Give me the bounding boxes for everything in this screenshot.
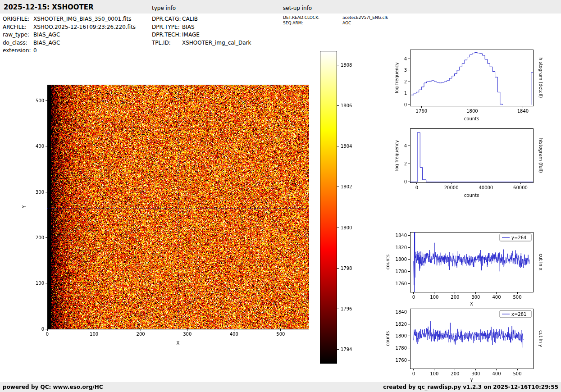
legend-box (500, 310, 531, 318)
x-tick-label: 100 (430, 371, 438, 376)
x-tick-label: 100 (430, 295, 438, 300)
y-tick-label: 500 (36, 98, 44, 103)
y-tick-label: 1800 (396, 333, 407, 338)
info-row: DPR.TYPE:BIAS (152, 23, 251, 32)
info-value-arcfile: XSHOO.2025-12-16T09:23:26.220.fits (33, 24, 136, 30)
legend-label: y=264 (511, 235, 526, 240)
header-bar: 2025-12-15: XSHOOTER type info set-up in… (0, 0, 561, 14)
x-tick-label: 0 (412, 295, 415, 300)
x-axis-label: X (177, 341, 180, 346)
type-info-heading: type info (152, 5, 176, 11)
footer-created-by: created by qc_rawdisp.py v1.2.3 on 2025-… (383, 384, 558, 390)
footer-bar: powered by QC: www.eso.org/HC created by… (0, 382, 561, 392)
right-side-label: histogram (detail) (538, 58, 543, 98)
x-tick-label: 300 (471, 295, 480, 300)
y-tick-label: 1780 (396, 269, 407, 274)
histogram-step-line (411, 52, 503, 105)
y-axis-label: log frequency (394, 62, 399, 93)
info-label-dpr-type: DPR.TYPE: (152, 23, 182, 32)
cut-profile-line (414, 321, 524, 347)
page-title: 2025-12-15: XSHOOTER (4, 3, 94, 11)
cut-profile-line (414, 232, 529, 292)
colorbar-tick-label: 1804 (341, 144, 352, 149)
info-value-do-class: BIAS_AGC (33, 40, 60, 46)
info-label-seq-arm: SEQ.ARM: (283, 20, 342, 26)
colorbar (320, 51, 337, 364)
y-tick-label: 1820 (396, 322, 407, 327)
info-label-do-class: do_class: (3, 39, 33, 47)
info-value-raw-type: BIAS_AGC (33, 32, 60, 38)
x-tick-label: 1840 (517, 109, 529, 114)
legend-box (500, 234, 531, 241)
setup-info-block: DET.READ.CLOCK:acetecE2V57I_ENG.clk SEQ.… (283, 15, 388, 26)
info-label-raw-type: raw_type: (3, 31, 33, 39)
info-value-origfile: XSHOOTER_IMG_BIAS_350_0001.fits (33, 16, 132, 22)
info-row: SEQ.ARM:AGC (283, 20, 388, 26)
info-label-arcfile: ARCFILE: (3, 23, 33, 32)
y-tick-label: 200 (36, 235, 44, 240)
info-label-read-clock: DET.READ.CLOCK: (283, 15, 342, 20)
x-tick-label: 1800 (466, 109, 478, 114)
colorbar-tick-label: 1794 (341, 347, 352, 352)
plot-frame (410, 128, 533, 182)
x-tick-label: 400 (230, 332, 238, 337)
x-axis-label: counts (464, 193, 479, 198)
info-value-dpr-type: BIAS (182, 24, 195, 30)
y-tick-label: 1840 (396, 310, 407, 315)
x-tick-label: 1760 (416, 109, 427, 114)
info-row: extension:0 (3, 47, 136, 55)
info-label-origfile: ORIGFILE: (3, 15, 33, 23)
right-side-label: cut in y (538, 330, 543, 347)
info-value-dpr-catg: CALIB (182, 16, 198, 22)
x-tick-label: 200 (137, 332, 145, 337)
y-tick-label: 400 (36, 144, 44, 149)
x-tick-label: 40000 (479, 185, 493, 190)
footer-powered-by: powered by QC: www.eso.org/HC (3, 384, 103, 390)
x-tick-label: 0 (46, 332, 49, 337)
info-row: do_class:BIAS_AGC (3, 39, 136, 47)
right-side-label: histogram (full) (538, 138, 543, 173)
y-tick-label: 100 (36, 281, 44, 286)
y-tick-label: 0 (404, 179, 407, 184)
info-row: ORIGFILE:XSHOOTER_IMG_BIAS_350_0001.fits (3, 15, 136, 23)
plot-frame (410, 232, 533, 292)
info-row: raw_type:BIAS_AGC (3, 31, 136, 39)
x-tick-label: 300 (471, 371, 480, 376)
info-value-tpl-id: XSHOOTER_img_cal_Dark (182, 40, 251, 46)
file-info-block: ORIGFILE:XSHOOTER_IMG_BIAS_350_0001.fits… (3, 15, 136, 55)
type-info-block: DPR.CATG:CALIB DPR.TYPE:BIAS DPR.TECH:IM… (152, 15, 251, 47)
y-tick-label: 4 (404, 143, 407, 148)
x-tick-label: 400 (492, 371, 501, 376)
x-tick-label: 500 (276, 332, 285, 337)
x-axis-label: counts (464, 116, 479, 121)
x-tick-label: 60000 (513, 185, 528, 190)
legend-label: x=281 (511, 312, 526, 317)
histogram-step-line (410, 132, 533, 182)
info-row: TPL.ID:XSHOOTER_img_cal_Dark (152, 39, 251, 47)
y-tick-label: 300 (36, 190, 44, 195)
info-row: ARCFILE:XSHOO.2025-12-16T09:23:26.220.fi… (3, 23, 136, 32)
y-tick-label: 1840 (396, 233, 407, 238)
y-tick-label: 1800 (396, 257, 407, 262)
info-label-dpr-catg: DPR.CATG: (152, 15, 182, 23)
bias-image-heatmap (47, 85, 309, 329)
y-tick-label: 1760 (396, 281, 407, 286)
x-tick-label: 300 (183, 332, 192, 337)
setup-info-heading: set-up info (283, 5, 312, 11)
plot-frame (410, 309, 533, 369)
y-axis-label: counts (385, 255, 390, 269)
info-value-dpr-tech: IMAGE (182, 32, 200, 38)
y-tick-label: 2 (404, 161, 407, 166)
colorbar-tick-label: 1798 (341, 266, 352, 271)
y-axis-label: counts (385, 331, 390, 346)
colorbar-tick-label: 1800 (341, 225, 352, 230)
info-row: DPR.CATG:CALIB (152, 15, 251, 23)
info-label-tpl-id: TPL.ID: (152, 39, 182, 47)
info-value-read-clock: acetecE2V57I_ENG.clk (342, 15, 388, 20)
y-tick-label: 4 (404, 56, 407, 61)
y-tick-label: 1780 (396, 346, 407, 351)
x-tick-label: 0 (412, 371, 415, 376)
colorbar-tick-label: 1808 (341, 63, 352, 68)
y-tick-label: 3 (404, 68, 407, 73)
x-tick-label: 20000 (444, 185, 459, 190)
